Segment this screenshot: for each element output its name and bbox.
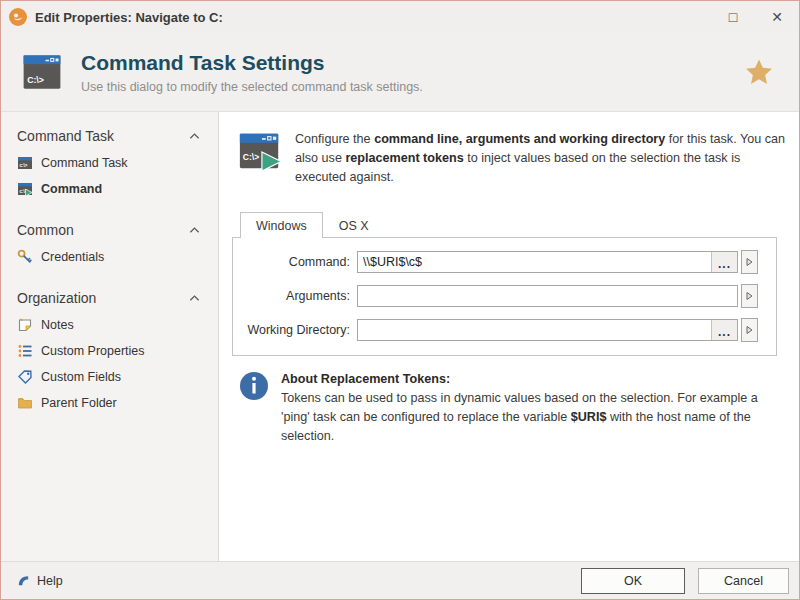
- dialog-header: C:\> Command Task Settings Use this dial…: [1, 33, 799, 112]
- star-icon[interactable]: [743, 56, 775, 88]
- intro-text: Configure the command line, arguments an…: [295, 130, 789, 187]
- arguments-token-menu-button[interactable]: [741, 284, 758, 308]
- dialog-window: Edit Properties: Navigate to C: □ ✕ C:\>…: [0, 0, 800, 600]
- command-input-box: ...: [357, 251, 738, 273]
- chevron-up-icon: [189, 132, 200, 140]
- sidebar-item-command[interactable]: c:\ Command: [1, 176, 218, 202]
- info-title: About Replacement Tokens:: [281, 370, 788, 389]
- command-prompt-icon: c:\>: [17, 155, 33, 171]
- command-field-row: Command: ...: [233, 250, 758, 274]
- info-icon: [240, 372, 268, 400]
- section-label: Common: [17, 222, 74, 238]
- command-prompt-icon: C:\>: [21, 51, 63, 93]
- chevron-up-icon: [189, 226, 200, 234]
- sidebar-item-credentials[interactable]: Credentials: [1, 244, 218, 270]
- command-token-menu-button[interactable]: [741, 250, 758, 274]
- sidebar: Command Task c:\> Command Task c:\ C: [1, 112, 219, 561]
- main-content: C:\> Configure the command line, argumen…: [219, 112, 799, 561]
- right-triangle-icon: [745, 257, 754, 267]
- working-directory-token-menu-button[interactable]: [741, 318, 758, 342]
- command-browse-button[interactable]: ...: [711, 252, 737, 272]
- sidebar-section-command-task[interactable]: Command Task: [1, 118, 218, 150]
- sidebar-item-custom-fields[interactable]: Custom Fields: [1, 364, 218, 390]
- svg-text:c:\>: c:\>: [19, 163, 27, 168]
- folder-icon: [17, 395, 33, 411]
- chevron-up-icon: [189, 294, 200, 302]
- svg-text:C:\>: C:\>: [243, 152, 260, 162]
- sidebar-item-label: Custom Properties: [41, 344, 145, 358]
- page-title: Command Task Settings: [81, 51, 423, 75]
- sidebar-item-command-task[interactable]: c:\> Command Task: [1, 150, 218, 176]
- svg-text:C:\>: C:\>: [27, 75, 44, 85]
- sidebar-item-label: Credentials: [41, 250, 104, 264]
- working-directory-field-row: Working Directory: ...: [233, 318, 758, 342]
- note-icon: [17, 317, 33, 333]
- list-icon: [17, 343, 33, 359]
- dialog-body: Command Task c:\> Command Task c:\ C: [1, 112, 799, 561]
- sidebar-item-parent-folder[interactable]: Parent Folder: [1, 390, 218, 416]
- header-text: Command Task Settings Use this dialog to…: [81, 51, 423, 94]
- working-directory-label: Working Directory:: [233, 323, 357, 337]
- arguments-field-row: Arguments:: [233, 284, 758, 308]
- maximize-button[interactable]: □: [711, 1, 755, 33]
- window-title: Edit Properties: Navigate to C:: [35, 10, 223, 25]
- command-label: Command:: [233, 255, 357, 269]
- sidebar-item-label: Command: [41, 182, 102, 196]
- sidebar-item-label: Command Task: [41, 156, 128, 170]
- sidebar-section-common[interactable]: Common: [1, 212, 218, 244]
- help-label: Help: [37, 574, 63, 588]
- help-icon: [17, 574, 30, 587]
- help-link[interactable]: Help: [17, 574, 63, 588]
- tag-icon: [17, 369, 33, 385]
- platform-tabs: Windows OS X: [240, 211, 789, 237]
- ok-button[interactable]: OK: [581, 568, 685, 594]
- sidebar-item-label: Notes: [41, 318, 74, 332]
- tab-osx[interactable]: OS X: [323, 212, 385, 238]
- page-subtitle: Use this dialog to modify the selected c…: [81, 80, 423, 94]
- arguments-input-box: [357, 285, 738, 307]
- working-directory-input-box: ...: [357, 319, 738, 341]
- app-icon: [9, 8, 27, 26]
- command-run-icon: C:\>: [237, 128, 283, 174]
- svg-text:c:\: c:\: [19, 189, 25, 194]
- right-triangle-icon: [745, 325, 754, 335]
- key-icon: [17, 249, 33, 265]
- arguments-input[interactable]: [358, 286, 737, 306]
- working-directory-input[interactable]: [358, 320, 711, 340]
- sidebar-item-notes[interactable]: Notes: [1, 312, 218, 338]
- command-run-icon: c:\: [17, 181, 33, 197]
- sidebar-item-label: Parent Folder: [41, 396, 117, 410]
- close-button[interactable]: ✕: [755, 1, 799, 33]
- right-triangle-icon: [745, 291, 754, 301]
- footer-buttons: OK Cancel: [581, 568, 789, 594]
- section-label: Organization: [17, 290, 96, 306]
- title-bar: Edit Properties: Navigate to C: □ ✕: [1, 1, 799, 33]
- sidebar-item-label: Custom Fields: [41, 370, 121, 384]
- cancel-button[interactable]: Cancel: [698, 568, 789, 594]
- info-text: About Replacement Tokens: Tokens can be …: [281, 370, 788, 446]
- arguments-label: Arguments:: [233, 289, 357, 303]
- tab-windows[interactable]: Windows: [240, 212, 323, 238]
- dialog-footer: Help OK Cancel: [1, 561, 799, 599]
- sidebar-section-organization[interactable]: Organization: [1, 280, 218, 312]
- sidebar-item-custom-properties[interactable]: Custom Properties: [1, 338, 218, 364]
- command-input[interactable]: [358, 252, 711, 272]
- tab-panel: Command: ... Arguments:: [232, 237, 777, 356]
- replacement-tokens-info: About Replacement Tokens: Tokens can be …: [240, 370, 788, 446]
- intro-block: C:\> Configure the command line, argumen…: [237, 128, 789, 187]
- working-directory-browse-button[interactable]: ...: [711, 320, 737, 340]
- section-label: Command Task: [17, 128, 114, 144]
